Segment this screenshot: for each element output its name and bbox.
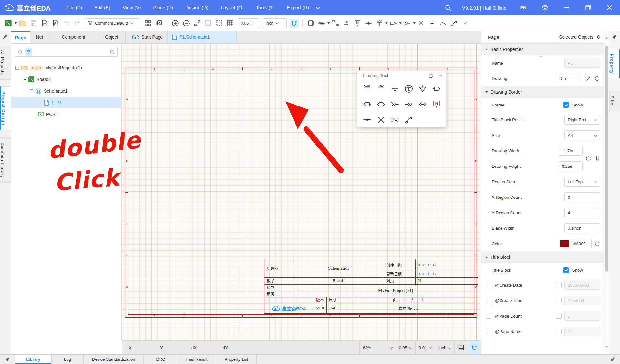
tree-item-board[interactable]: Board1: [11, 74, 121, 85]
place-probe-button[interactable]: [428, 19, 437, 28]
snap-size-select[interactable]: 0.01: [415, 341, 435, 354]
noconnect-tool[interactable]: [374, 113, 388, 126]
grid-size-status-select[interactable]: 0.05: [396, 341, 415, 354]
rail-tab-filter[interactable]: Filter: [609, 91, 620, 112]
layout-windows-button[interactable]: [143, 19, 152, 28]
pin-dock-icon[interactable]: [605, 355, 620, 364]
create-time-checkbox[interactable]: [486, 298, 491, 303]
port-dropdown-caret-icon[interactable]: [399, 22, 402, 24]
tab-start-page[interactable]: Start Page: [128, 31, 168, 43]
collapse-toggle-icon[interactable]: [23, 78, 26, 81]
rail-tab-property[interactable]: Property: [609, 49, 620, 78]
menu-design[interactable]: Design (D): [179, 0, 215, 15]
signal-gnd-flag-tool[interactable]: [416, 82, 430, 96]
offpage-dropdown-caret-icon[interactable]: [413, 22, 416, 24]
create-date-checkbox[interactable]: [486, 282, 491, 288]
new-project-button[interactable]: [4, 19, 13, 28]
create-time-input[interactable]: [564, 296, 600, 305]
netport-tool[interactable]: [388, 113, 402, 126]
port-bidirectional-tool[interactable]: [374, 97, 388, 111]
name-input[interactable]: [564, 58, 600, 68]
toolbar-more-chevron-icon[interactable]: [464, 21, 467, 24]
zoom-region-button[interactable]: [215, 19, 224, 28]
dock-tab-log[interactable]: Log: [52, 355, 84, 364]
pin-dock-icon[interactable]: [0, 355, 15, 364]
properties-scrollbar[interactable]: [604, 31, 609, 352]
panel-collapse-hint-icon[interactable]: [539, 56, 543, 58]
place-offpage-button[interactable]: [403, 19, 412, 28]
swap-width-height-icon[interactable]: [595, 156, 600, 161]
rail-tab-all-projects[interactable]: All Projects: [0, 45, 11, 80]
vcc-flag-tool[interactable]: VCC: [360, 82, 374, 96]
open-project-button[interactable]: [18, 19, 27, 28]
color-hex-input[interactable]: [572, 239, 592, 248]
drawing-select[interactable]: Dra ···: [556, 74, 581, 83]
rail-tab-project-design[interactable]: Project Design: [0, 86, 11, 130]
window-close-button[interactable]: [606, 5, 612, 11]
offpage-output-tool[interactable]: [402, 97, 416, 111]
page-count-input[interactable]: [564, 311, 600, 321]
place-netport-button[interactable]: [439, 19, 448, 28]
window-minimize-button[interactable]: [564, 5, 570, 11]
tab-page[interactable]: Page: [11, 31, 30, 43]
link-dimensions-icon[interactable]: [586, 156, 592, 161]
pin-panel-icon[interactable]: [3, 34, 8, 39]
color-refresh-icon[interactable]: [594, 241, 600, 247]
menu-layout[interactable]: Layout (O): [215, 0, 250, 15]
floating-tool-close-icon[interactable]: [438, 73, 442, 78]
tree-search-input[interactable]: [34, 50, 108, 55]
grid-toggle-button[interactable]: [454, 341, 468, 354]
create-date-show-checkbox[interactable]: [556, 282, 562, 288]
language-switch[interactable]: EN: [520, 5, 526, 10]
border-show-checkbox[interactable]: [563, 102, 569, 108]
menu-edit[interactable]: Edit (E): [88, 0, 117, 15]
tree-filter-button[interactable]: [25, 48, 32, 56]
save-button[interactable]: [29, 19, 38, 28]
place-vcc-button[interactable]: VCC: [375, 19, 384, 28]
dock-tab-device-standardization[interactable]: Device Standardization: [84, 355, 144, 364]
section-basic-properties[interactable]: Basic Properties: [481, 44, 604, 55]
zoom-out-button[interactable]: [182, 19, 191, 28]
unit-status-select[interactable]: inch: [435, 341, 454, 354]
titleblock-show-checkbox[interactable]: [563, 267, 569, 273]
y-region-count-input[interactable]: [564, 208, 600, 217]
global-search-icon[interactable]: [445, 5, 451, 11]
place-draw-button[interactable]: [450, 19, 459, 28]
place-bus-button[interactable]: [342, 19, 351, 28]
size-select[interactable]: A4: [564, 130, 600, 140]
snap-toggle-button[interactable]: [290, 19, 299, 28]
search-submit-icon[interactable]: [110, 50, 115, 55]
pin-panel-icon[interactable]: [612, 34, 617, 39]
new-dropdown-caret-icon[interactable]: [15, 22, 17, 24]
titleblock-position-select[interactable]: Right Bott...: [564, 115, 600, 125]
create-date-input[interactable]: [564, 280, 600, 290]
unit-select[interactable]: inch: [263, 18, 287, 28]
floating-tool-restore-icon[interactable]: [429, 73, 433, 78]
section-drawing-border[interactable]: Drawing Border: [481, 86, 604, 98]
resistor-dropdown-caret-icon[interactable]: [327, 22, 330, 24]
blade-width-input[interactable]: [564, 223, 600, 233]
settings-gear-icon[interactable]: [542, 5, 548, 11]
zoom-selection-button[interactable]: [204, 19, 213, 28]
menu-export[interactable]: Export (R): [281, 0, 315, 15]
dock-tab-library[interactable]: Library: [15, 355, 52, 364]
vcc-dropdown-caret-icon[interactable]: [385, 22, 388, 24]
dock-tab-property-list[interactable]: Property List: [216, 355, 257, 364]
tree-item-pcb[interactable]: PCB1: [11, 108, 121, 120]
menu-place[interactable]: Place (P): [147, 0, 179, 15]
probe-tool[interactable]: [402, 113, 416, 126]
offpage-input-tool[interactable]: [388, 97, 402, 111]
find-similar-button[interactable]: [154, 19, 163, 28]
place-component-button[interactable]: [306, 19, 315, 28]
redo-button[interactable]: [73, 19, 82, 28]
page-name-checkbox[interactable]: [486, 329, 491, 334]
tree-item-schematic[interactable]: Schematic1: [11, 85, 121, 97]
color-swatch[interactable]: [560, 240, 569, 247]
netlabel-tool[interactable]: N: [430, 97, 444, 111]
menu-tools[interactable]: Tools (T): [250, 0, 281, 15]
page-name-input[interactable]: [564, 327, 600, 336]
schematic-canvas[interactable]: 1 2 3 4 5 6 1 2 3 4 5 6 A B C D A B C D: [122, 44, 481, 340]
gnd-flag-tool[interactable]: [388, 82, 402, 96]
collapse-toggle-icon[interactable]: [16, 66, 19, 70]
dock-tab-drc[interactable]: DRC: [144, 355, 178, 364]
